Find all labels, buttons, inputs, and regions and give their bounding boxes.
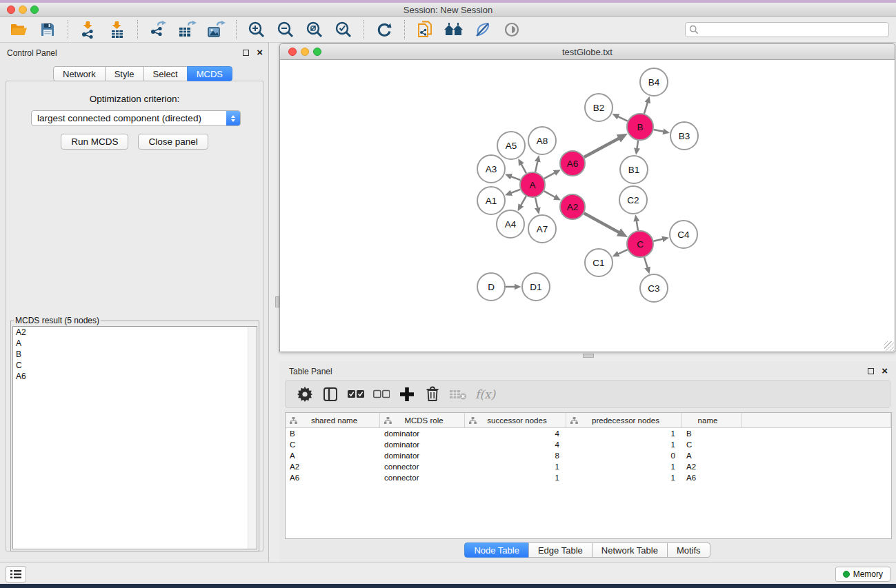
graph-edge-A-A5[interactable] xyxy=(521,164,526,173)
tab-network-table[interactable]: Network Table xyxy=(592,543,668,558)
graph-edge-A-A6[interactable] xyxy=(544,173,555,179)
node-table[interactable]: shared nameMCDS rolesuccessor nodesprede… xyxy=(285,412,892,539)
float-table-panel-icon[interactable] xyxy=(868,368,874,374)
table-cell[interactable]: 1 xyxy=(566,472,682,483)
create-column-button[interactable] xyxy=(396,383,418,405)
graph-node-B1[interactable]: B1 xyxy=(620,156,648,183)
graph-node-B4[interactable]: B4 xyxy=(640,68,668,96)
mcds-result-list[interactable]: A2ABCA6 xyxy=(12,326,257,549)
graph-node-C3[interactable]: C3 xyxy=(640,274,668,302)
table-cell[interactable]: 8 xyxy=(465,450,566,461)
table-cell[interactable]: A2 xyxy=(286,461,380,472)
settings-gear-button[interactable] xyxy=(294,383,316,405)
table-cell[interactable]: 1 xyxy=(465,472,566,483)
zoom-selected-button[interactable] xyxy=(332,19,355,41)
graph-node-A5[interactable]: A5 xyxy=(497,132,525,159)
graph-node-C[interactable]: C xyxy=(627,231,653,257)
graph-node-A2[interactable]: A2 xyxy=(560,194,585,219)
zoom-fit-button[interactable] xyxy=(303,19,326,41)
network-canvas[interactable]: AA1A3A4A5A7A8A6A2BB1B2B3B4CC1C2C3C4DD1 xyxy=(280,60,895,352)
column-header-predecessor-nodes[interactable]: predecessor nodes xyxy=(566,413,682,427)
graph-node-A4[interactable]: A4 xyxy=(497,210,524,238)
tab-style[interactable]: Style xyxy=(105,66,144,81)
column-header-shared-name[interactable]: shared name xyxy=(286,413,380,427)
table-row[interactable]: Cdominator41C xyxy=(286,439,891,450)
table-cell[interactable]: connector xyxy=(380,472,465,483)
graph-node-A6[interactable]: A6 xyxy=(560,151,585,176)
table-cell[interactable]: 4 xyxy=(465,439,566,450)
graph-edge-B-B1[interactable] xyxy=(637,141,638,149)
graph-node-A3[interactable]: A3 xyxy=(477,155,505,183)
graph-edge-A-A1[interactable] xyxy=(511,190,520,193)
tab-node-table[interactable]: Node Table xyxy=(464,543,529,558)
table-cell[interactable]: 0 xyxy=(566,450,682,461)
table-row[interactable]: A2connector11A2 xyxy=(286,461,891,472)
column-visibility-button[interactable] xyxy=(319,383,341,405)
mcds-result-item[interactable]: B xyxy=(13,349,257,360)
column-header-name[interactable]: name xyxy=(682,413,742,427)
mcds-result-item[interactable]: A xyxy=(13,338,257,349)
graph-node-C4[interactable]: C4 xyxy=(670,221,697,248)
graph-edge-B-B2[interactable] xyxy=(618,116,628,121)
search-field[interactable] xyxy=(685,22,889,37)
column-header-successor-nodes[interactable]: successor nodes xyxy=(465,413,566,427)
table-cell[interactable]: dominator xyxy=(380,439,465,450)
graph-edge-C-C3[interactable] xyxy=(644,257,648,267)
table-cell[interactable]: 4 xyxy=(465,428,566,439)
graph-edge-A-A2[interactable] xyxy=(544,191,555,197)
hide-annotations-button[interactable] xyxy=(471,19,495,41)
mcds-result-item[interactable]: A2 xyxy=(13,327,257,338)
graph-edge-A-A3[interactable] xyxy=(511,176,520,180)
graph-node-B2[interactable]: B2 xyxy=(585,94,613,121)
graph-node-A7[interactable]: A7 xyxy=(528,215,556,243)
graph-edge-C-C2[interactable] xyxy=(637,221,638,231)
close-panel-button[interactable]: Close panel xyxy=(138,134,208,150)
graph-node-D1[interactable]: D1 xyxy=(522,273,550,301)
tab-network[interactable]: Network xyxy=(53,66,106,81)
table-cell[interactable]: A6 xyxy=(682,472,742,483)
graph-node-A1[interactable]: A1 xyxy=(477,187,505,214)
graph-node-A[interactable]: A xyxy=(520,172,545,197)
table-cell[interactable]: dominator xyxy=(380,428,465,439)
mcds-result-item[interactable]: C xyxy=(13,360,257,371)
table-cell[interactable]: dominator xyxy=(380,450,465,461)
table-row[interactable]: Bdominator41B xyxy=(286,428,891,439)
graph-edge-A6-B[interactable] xyxy=(584,139,619,157)
open-session-button[interactable] xyxy=(7,19,30,41)
clone-network-button[interactable] xyxy=(413,19,437,41)
graph-node-B3[interactable]: B3 xyxy=(670,122,698,150)
table-cell[interactable]: B xyxy=(682,428,742,439)
delete-column-button[interactable] xyxy=(421,383,444,405)
export-network-button[interactable] xyxy=(146,19,170,41)
graph-edge-C-C4[interactable] xyxy=(654,239,663,241)
export-table-button[interactable] xyxy=(175,19,199,41)
function-builder-button[interactable]: f(x) xyxy=(472,383,498,405)
graph-node-B[interactable]: B xyxy=(627,114,653,140)
export-image-button[interactable] xyxy=(204,19,228,41)
table-cell[interactable]: A6 xyxy=(286,472,380,483)
show-details-button[interactable] xyxy=(500,19,524,41)
deselect-all-button[interactable] xyxy=(370,383,392,405)
table-cell[interactable]: B xyxy=(286,428,380,439)
home-button[interactable] xyxy=(442,19,466,41)
close-table-panel-icon[interactable]: × xyxy=(882,365,888,377)
graph-node-C1[interactable]: C1 xyxy=(585,249,613,276)
graph-edge-A2-C[interactable] xyxy=(584,213,619,232)
table-cell[interactable]: C xyxy=(682,439,742,450)
window-resize-grip[interactable] xyxy=(884,341,894,351)
optimization-criterion-select[interactable]: largest connected component (directed) xyxy=(31,110,241,126)
table-cell[interactable]: A xyxy=(286,450,380,461)
table-cell[interactable]: A xyxy=(682,450,742,461)
result-list-scrollbar[interactable] xyxy=(248,327,257,549)
table-cell[interactable]: 1 xyxy=(566,461,682,472)
import-table-button[interactable] xyxy=(106,19,129,41)
graph-edge-A-A7[interactable] xyxy=(535,198,537,208)
table-row[interactable]: Adominator80A xyxy=(286,450,891,461)
tab-mcds[interactable]: MCDS xyxy=(187,66,232,81)
table-cell[interactable]: 1 xyxy=(566,428,682,439)
memory-button[interactable]: Memory xyxy=(835,567,890,582)
zoom-in-button[interactable] xyxy=(245,19,268,41)
search-input[interactable] xyxy=(699,23,888,36)
refresh-button[interactable] xyxy=(372,19,396,41)
mcds-result-item[interactable]: A6 xyxy=(13,371,257,382)
